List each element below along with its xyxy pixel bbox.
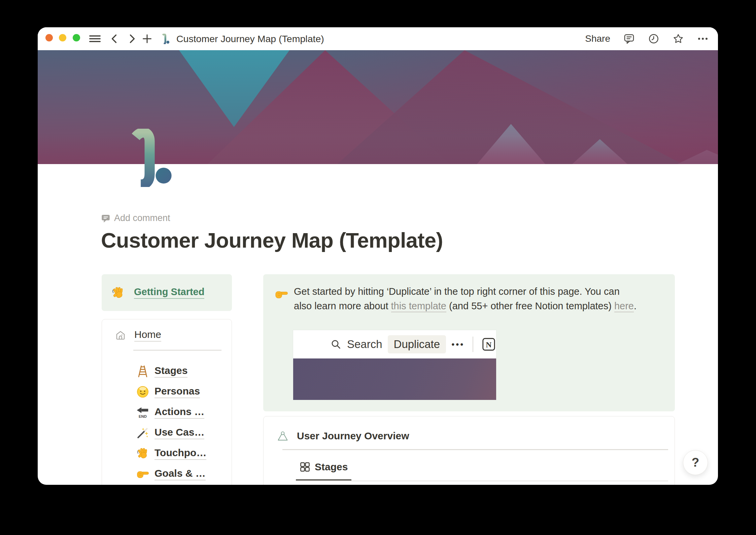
nav-item-label: Goals & … [154,468,206,480]
ellipsis-menu-image: ••• [451,339,465,350]
comments-icon[interactable] [623,33,635,44]
navigation-card: Home Stages Personas Actions … Use Cas… … [102,319,232,485]
getting-started-link[interactable]: Getting Started [134,286,204,299]
more-options-icon[interactable] [697,33,709,44]
nav-item-home[interactable]: Home [115,329,161,342]
nav-item-label: Stages [154,365,187,378]
user-journey-overview-card: User Journey Overview Stages [263,416,675,485]
share-button[interactable]: Share [585,33,610,44]
tab-track-line [296,480,668,481]
nav-item-label: Personas [154,385,200,398]
pointing-right-emoji [136,467,149,481]
getting-started-callout: Getting Started [102,274,232,311]
home-icon [115,329,126,341]
waving-hand-emoji [136,447,149,460]
user-journey-overview-link[interactable]: User Journey Overview [277,430,409,442]
forward-button[interactable] [127,27,137,50]
tab-stages-label: Stages [315,461,348,473]
waving-hand-emoji [111,286,125,300]
here-link[interactable]: here [614,301,634,312]
search-label: Search [347,338,382,351]
divider [133,350,221,351]
duplicate-button-image: Duplicate [388,335,446,353]
duplicate-instruction-screenshot[interactable]: Search Duplicate ••• N Op [293,330,496,400]
page-icon-logo[interactable] [131,129,175,187]
get-started-callout: Get started by hitting ‘Duplicate’ in th… [263,274,675,411]
screenshot-topbar: Search Duplicate ••• N Op [293,330,496,358]
screenshot-cover-area [293,358,496,400]
nav-item-stages[interactable]: Stages [136,365,187,378]
this-template-link[interactable]: this template [391,301,446,312]
nav-item-label: Actions … [154,406,204,419]
add-comment-label: Add comment [114,213,170,223]
smiley-emoji [136,385,149,399]
magic-wand-emoji [136,426,149,440]
callout-text: Get started by hitting ‘Duplicate’ in th… [294,284,671,313]
nav-item-goals[interactable]: Goals & … [136,467,206,481]
divider [282,449,668,450]
callout-end-text: . [634,301,637,311]
nav-item-use-cases[interactable]: Use Cas… [136,426,204,440]
sidebar-menu-button[interactable] [88,27,102,50]
svg-text:N: N [486,340,492,349]
divider [473,337,473,352]
home-link-label: Home [134,329,161,342]
back-button[interactable] [110,27,119,50]
notion-logo-icon: N [481,337,496,352]
close-window-button[interactable] [45,34,53,41]
callout-line2: also learn more about [294,301,391,311]
end-arrow-emoji [136,406,149,419]
callout-mid-text: (and 55+ other free Notion templates) [446,301,614,311]
search-icon [330,339,342,350]
page-title[interactable]: Customer Journey Map (Template) [101,228,443,252]
titlebar-page-title: Customer Journey Map (Template) [176,27,324,50]
person-triangle-icon [277,430,289,442]
overview-title: User Journey Overview [297,430,409,442]
callout-line1: Get started by hitting ‘Duplicate’ in th… [294,286,620,297]
ladder-emoji [136,365,149,378]
nav-item-label: Use Cas… [154,427,204,439]
tab-stages[interactable]: Stages [300,461,348,473]
help-button[interactable]: ? [683,450,708,475]
nav-item-personas[interactable]: Personas [136,385,200,399]
pointing-right-emoji [274,287,288,301]
titlebar: Customer Journey Map (Template) Share [38,27,718,50]
history-clock-icon[interactable] [648,33,659,44]
comment-bubble-icon [101,214,110,223]
page-icon-small [162,27,170,50]
nav-item-label: Touchpo… [154,447,206,460]
new-tab-button[interactable] [142,27,152,50]
grid-icon [300,462,310,472]
nav-item-actions[interactable]: Actions … [136,406,204,419]
minimize-window-button[interactable] [59,34,66,41]
favorite-star-icon[interactable] [673,33,684,44]
nav-item-touchpoints[interactable]: Touchpo… [136,447,206,460]
help-label: ? [692,455,699,470]
app-window: Customer Journey Map (Template) Share [38,27,718,485]
zoom-window-button[interactable] [73,34,80,41]
add-comment-button[interactable]: Add comment [101,213,170,223]
